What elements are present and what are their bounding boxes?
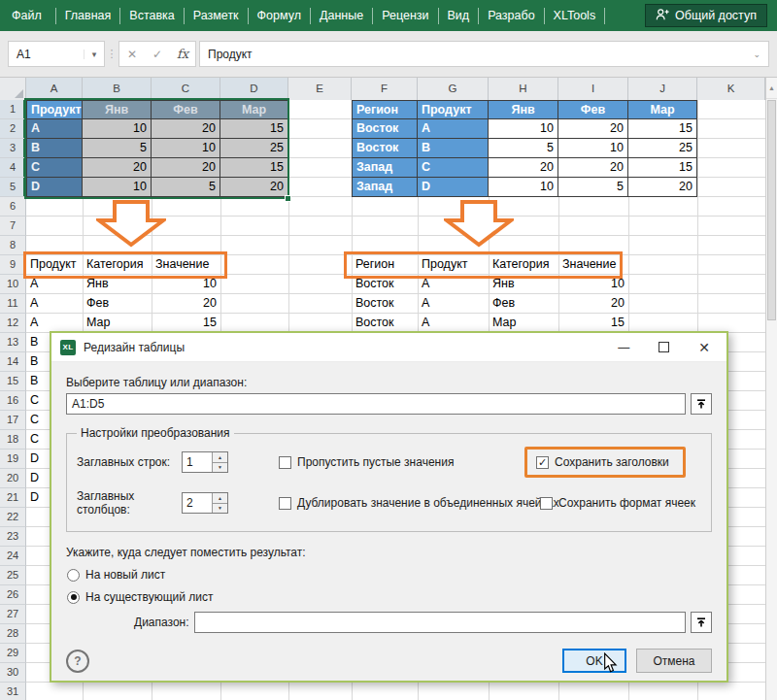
ribbon-tab-разрабо[interactable]: Разрабо — [479, 0, 543, 31]
spin-up-icon[interactable]: ▲ — [213, 493, 227, 504]
header-cols-stepper[interactable]: 2 ▲▼ — [182, 492, 228, 514]
cell[interactable]: Регион — [352, 100, 418, 119]
row-header-19[interactable]: 19 — [0, 450, 26, 469]
cell[interactable]: 20 — [152, 158, 220, 178]
keep-format-checkbox[interactable]: Сохранить формат ячеек — [540, 496, 695, 510]
row-header-30[interactable]: 30 — [0, 663, 26, 683]
row-header-13[interactable]: 13 — [0, 333, 26, 352]
column-header-A[interactable]: A — [26, 78, 83, 100]
spin-up-icon[interactable]: ▲ — [213, 452, 227, 463]
cell[interactable]: Янв — [83, 100, 152, 119]
cancel-button[interactable]: Отмена — [636, 649, 712, 673]
cell[interactable]: 15 — [558, 314, 628, 333]
row-header-26[interactable]: 26 — [0, 585, 26, 605]
ribbon-tab-вид[interactable]: Вид — [439, 0, 479, 31]
cell[interactable]: C — [418, 158, 489, 178]
row-header-2[interactable]: 2 — [0, 119, 26, 139]
cell[interactable]: Продукт — [418, 100, 489, 119]
header-rows-stepper[interactable]: 1 ▲▼ — [182, 451, 228, 473]
row-header-28[interactable]: 28 — [0, 624, 26, 644]
row-header-1[interactable]: 1 — [0, 100, 26, 119]
row-header-3[interactable]: 3 — [0, 139, 26, 158]
existing-sheet-radio[interactable]: На существующий лист — [67, 590, 712, 604]
cell[interactable]: 20 — [558, 119, 628, 139]
row-header-7[interactable]: 7 — [0, 217, 26, 236]
cell[interactable]: Янв — [489, 100, 558, 119]
row-header-16[interactable]: 16 — [0, 391, 26, 411]
cell[interactable]: 25 — [220, 139, 288, 158]
column-header-G[interactable]: G — [418, 78, 489, 100]
spin-down-icon[interactable]: ▼ — [213, 504, 227, 514]
column-header-D[interactable]: D — [220, 78, 288, 100]
range-picker-button[interactable] — [691, 393, 712, 415]
row-header-12[interactable]: 12 — [0, 314, 26, 333]
cell[interactable]: 20 — [152, 294, 220, 314]
ribbon-tab-разметк[interactable]: Разметк — [185, 0, 248, 31]
cell[interactable]: 10 — [83, 178, 152, 197]
cell[interactable]: 25 — [628, 139, 697, 158]
ribbon-tab-xltools[interactable]: XLTools — [545, 0, 605, 31]
name-box[interactable]: A1 ▾ — [8, 41, 105, 67]
cell[interactable]: Фев — [489, 294, 558, 314]
cell[interactable]: 10 — [489, 178, 558, 197]
column-header-C[interactable]: C — [152, 78, 220, 100]
row-header-14[interactable]: 14 — [0, 352, 26, 372]
cell[interactable]: Запад — [352, 178, 418, 197]
spin-down-icon[interactable]: ▼ — [213, 463, 227, 473]
row-header-5[interactable]: 5 — [0, 178, 26, 197]
cell[interactable]: Мар — [489, 314, 558, 333]
help-button[interactable]: ? — [66, 650, 89, 673]
cell[interactable]: D — [418, 178, 489, 197]
cell[interactable]: Фев — [558, 100, 628, 119]
vertical-scrollbar[interactable]: ▲ — [765, 78, 777, 700]
row-header-18[interactable]: 18 — [0, 430, 26, 450]
insert-function-icon[interactable]: fx — [170, 47, 195, 61]
cell[interactable]: 5 — [152, 178, 220, 197]
row-header-27[interactable]: 27 — [0, 605, 26, 624]
row-header-21[interactable]: 21 — [0, 488, 26, 508]
confirm-entry-icon[interactable]: ✓ — [145, 48, 170, 61]
formula-bar[interactable]: Продукт ⌄ — [199, 41, 769, 67]
cell[interactable]: 20 — [489, 158, 558, 178]
cell[interactable]: Мар — [220, 100, 288, 119]
cell[interactable]: Фев — [83, 294, 152, 314]
cell[interactable]: 10 — [83, 119, 152, 139]
ribbon-tab-рецензи[interactable]: Рецензи — [373, 0, 437, 31]
cell[interactable]: 5 — [83, 139, 152, 158]
cell[interactable]: 10 — [489, 119, 558, 139]
cell[interactable]: A — [418, 119, 489, 139]
row-header-4[interactable]: 4 — [0, 158, 26, 178]
cell[interactable]: Восток — [352, 294, 418, 314]
ribbon-tab-главная[interactable]: Главная — [56, 0, 120, 31]
cell[interactable]: 20 — [558, 158, 628, 178]
new-sheet-radio[interactable]: На новый лист — [67, 568, 712, 582]
cell[interactable]: B — [26, 139, 83, 158]
cell[interactable]: 20 — [220, 178, 288, 197]
range-input[interactable]: A1:D5 — [66, 393, 686, 415]
cell[interactable]: C — [26, 158, 83, 178]
cell[interactable]: A — [26, 294, 83, 314]
minimize-icon[interactable]: — — [618, 342, 629, 353]
row-header-31[interactable]: 31 — [0, 683, 26, 700]
cell[interactable]: 20 — [628, 178, 697, 197]
column-header-H[interactable]: H — [489, 78, 558, 100]
column-header-J[interactable]: J — [628, 78, 697, 100]
ribbon-tab-формул[interactable]: Формул — [249, 0, 310, 31]
row-header-29[interactable]: 29 — [0, 644, 26, 663]
row-header-25[interactable]: 25 — [0, 566, 26, 585]
share-button[interactable]: Общий доступ — [645, 4, 767, 27]
column-header-K[interactable]: K — [697, 78, 765, 100]
row-header-15[interactable]: 15 — [0, 372, 26, 391]
row-header-10[interactable]: 10 — [0, 275, 26, 294]
cell[interactable]: 15 — [628, 119, 697, 139]
row-header-20[interactable]: 20 — [0, 469, 26, 488]
cell[interactable]: Восток — [352, 119, 418, 139]
close-icon[interactable]: ✕ — [698, 341, 710, 354]
duplicate-values-checkbox[interactable]: Дублировать значение в объединенных ячей… — [279, 496, 559, 510]
cell[interactable]: 5 — [558, 178, 628, 197]
cell[interactable]: 5 — [489, 139, 558, 158]
ribbon-tab-file[interactable]: Файл — [0, 0, 55, 31]
name-box-dropdown-icon[interactable]: ▾ — [84, 50, 104, 59]
maximize-icon[interactable] — [659, 342, 669, 352]
column-header-E[interactable]: E — [288, 78, 352, 100]
